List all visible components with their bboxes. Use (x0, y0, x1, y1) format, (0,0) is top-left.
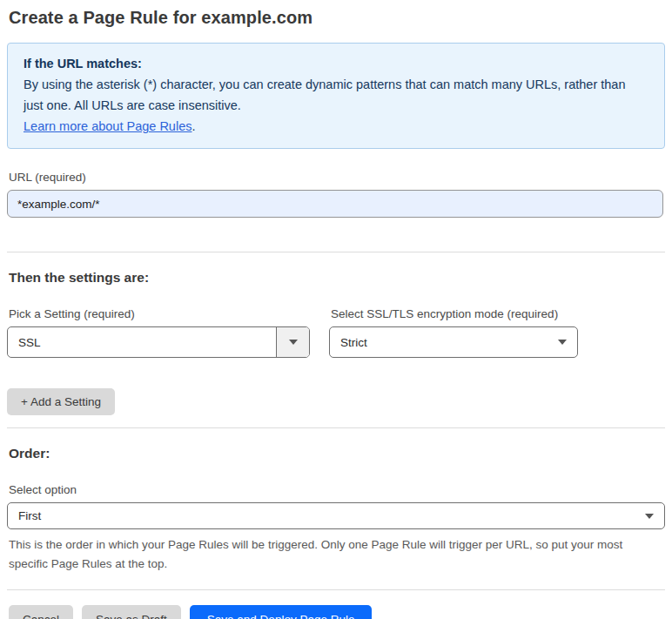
divider (7, 427, 665, 428)
pick-setting-select[interactable]: SSL (7, 326, 310, 358)
chevron-down-icon (548, 340, 577, 345)
learn-more-link[interactable]: Learn more about Page Rules (24, 119, 192, 133)
ssl-mode-value: Strict (330, 336, 548, 349)
order-help-text: This is the order in which your Page Rul… (7, 535, 651, 574)
chevron-down-icon (289, 340, 298, 345)
url-match-info-box: If the URL matches: By using the asteris… (7, 43, 665, 149)
order-section-heading: Order: (7, 446, 665, 461)
settings-selects-row: Pick a Setting (required) SSL Select SSL… (7, 286, 665, 358)
save-deploy-button[interactable]: Save and Deploy Page Rule (190, 605, 373, 619)
url-field-label: URL (required) (7, 171, 665, 184)
pick-setting-arrow-cell[interactable] (276, 327, 309, 357)
pick-setting-column: Pick a Setting (required) SSL (7, 286, 310, 358)
divider (7, 252, 665, 252)
add-setting-button[interactable]: + Add a Setting (7, 388, 115, 415)
cancel-button[interactable]: Cancel (9, 605, 73, 619)
order-select-value: First (8, 509, 635, 522)
order-select-label: Select option (7, 483, 665, 496)
url-input[interactable] (7, 190, 663, 218)
ssl-mode-column: Select SSL/TLS encryption mode (required… (329, 286, 578, 358)
footer-buttons: Cancel Save as Draft Save and Deploy Pag… (7, 605, 665, 619)
link-suffix: . (192, 119, 195, 133)
divider (7, 589, 665, 590)
page-title: Create a Page Rule for example.com (7, 0, 665, 28)
info-box-body: By using the asterisk (*) character, you… (24, 74, 633, 116)
order-select[interactable]: First (7, 502, 665, 529)
create-page-rule-form: Create a Page Rule for example.com If th… (0, 0, 672, 619)
chevron-down-icon (635, 514, 664, 519)
ssl-mode-select[interactable]: Strict (329, 326, 578, 358)
settings-section-heading: Then the settings are: (7, 270, 665, 286)
info-box-heading: If the URL matches: (24, 53, 648, 74)
ssl-mode-label: Select SSL/TLS encryption mode (required… (329, 307, 578, 320)
info-box-link-line: Learn more about Page Rules. (24, 116, 648, 137)
pick-setting-label: Pick a Setting (required) (7, 307, 310, 320)
save-draft-button[interactable]: Save as Draft (82, 605, 181, 619)
pick-setting-value: SSL (8, 336, 276, 349)
